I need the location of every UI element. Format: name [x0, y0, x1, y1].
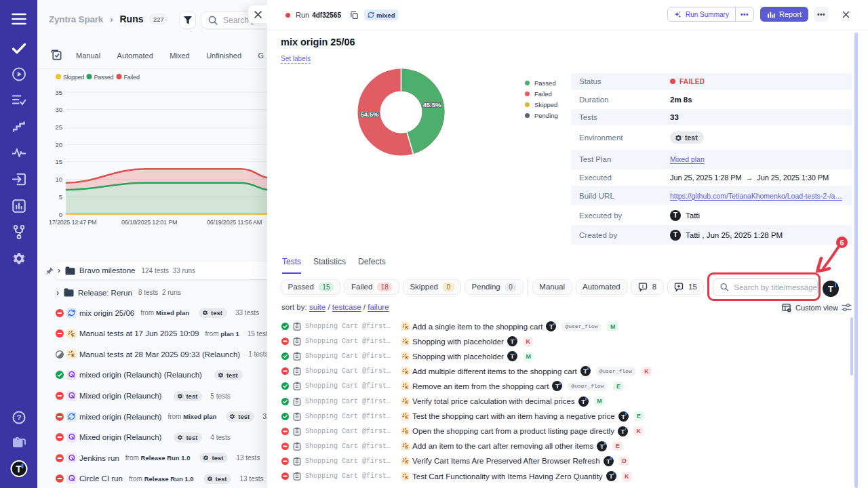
svg-text:25: 25	[55, 123, 62, 131]
svg-text:30: 30	[55, 106, 62, 113]
svg-text:06/18/2025 12:01 PM: 06/18/2025 12:01 PM	[121, 219, 177, 226]
svg-text:15: 15	[55, 158, 62, 165]
svg-text:10: 10	[55, 176, 62, 183]
svg-text:Skipped: Skipped	[63, 74, 84, 81]
svg-text:?: ?	[16, 413, 21, 422]
svg-text:54.5%: 54.5%	[361, 110, 379, 118]
svg-text:20: 20	[55, 141, 62, 148]
svg-text:5: 5	[59, 193, 62, 201]
svg-text:45.5%: 45.5%	[423, 101, 441, 108]
svg-text:35: 35	[55, 89, 62, 96]
svg-text:0: 0	[59, 211, 62, 218]
svg-text:17/2025 12:47 PM: 17/2025 12:47 PM	[49, 219, 96, 226]
svg-text:Passed: Passed	[94, 74, 114, 81]
svg-text:06/19/2025 11:56 AM: 06/19/2025 11:56 AM	[207, 219, 262, 226]
svg-text:Failed: Failed	[124, 74, 140, 81]
